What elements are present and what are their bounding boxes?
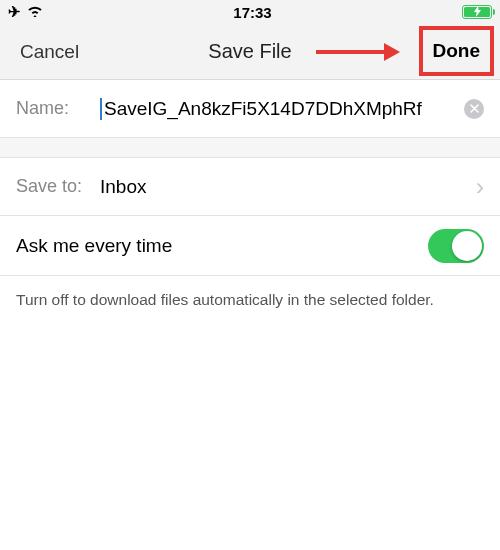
switch-knob <box>452 231 482 261</box>
chevron-right-icon: › <box>476 173 484 201</box>
toggle-label: Ask me every time <box>16 235 172 257</box>
status-bar: ✈ 17:33 <box>0 0 500 24</box>
ask-every-time-toggle[interactable] <box>428 229 484 263</box>
save-to-row[interactable]: Save to: Inbox › <box>0 158 500 216</box>
footer-description: Turn off to download files automatically… <box>0 276 500 325</box>
name-row: Name: <box>0 80 500 138</box>
annotation-highlight: Done <box>419 26 495 76</box>
annotation-arrow <box>316 43 400 61</box>
cancel-button[interactable]: Cancel <box>20 41 79 63</box>
name-input[interactable] <box>100 98 456 120</box>
page-title: Save File <box>208 40 291 63</box>
navigation-bar: Cancel Save File Done <box>0 24 500 80</box>
status-time: 17:33 <box>233 4 271 21</box>
ask-every-time-row: Ask me every time <box>0 216 500 276</box>
battery-icon <box>462 5 492 19</box>
done-button[interactable]: Done <box>433 40 481 62</box>
wifi-icon <box>27 4 43 20</box>
name-label: Name: <box>16 98 100 119</box>
save-to-label: Save to: <box>16 176 100 197</box>
section-gap <box>0 138 500 158</box>
charging-bolt-icon <box>474 6 481 19</box>
save-to-value: Inbox <box>100 176 468 198</box>
clear-text-button[interactable] <box>464 99 484 119</box>
close-icon <box>470 101 479 116</box>
airplane-mode-icon: ✈ <box>8 3 21 21</box>
